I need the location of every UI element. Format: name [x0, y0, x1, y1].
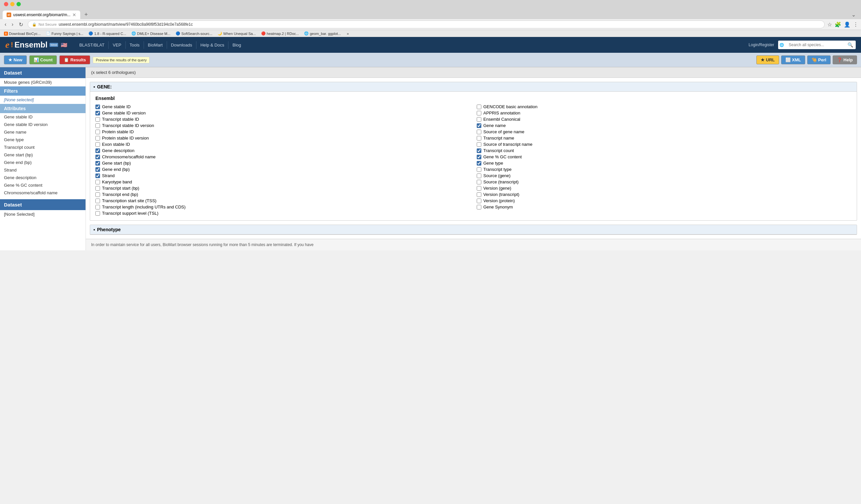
browser-menu-button[interactable]: ⌄: [849, 10, 858, 19]
cb-karyotype-band-input[interactable]: [95, 180, 100, 184]
url-display: uswest.ensembl.org/biomart/martview/9746…: [59, 22, 193, 27]
close-window-button[interactable]: [4, 2, 8, 6]
nav-biomart[interactable]: BioMart: [144, 41, 167, 49]
cb-source-transcript-name-input[interactable]: [477, 142, 481, 147]
filters-section[interactable]: Filters: [0, 86, 85, 96]
cb-gene-gc-content-input[interactable]: [477, 155, 481, 159]
bookmark-heatmap-icon: 🔴: [261, 31, 266, 36]
xml-icon: ⬜: [785, 57, 791, 62]
cb-gene-description-input[interactable]: [95, 149, 100, 153]
cb-appris-input[interactable]: [477, 111, 481, 115]
bookmark-funny[interactable]: 📄 Funny Sayings | s...: [44, 31, 84, 36]
cb-gene-stable-id-input[interactable]: [95, 104, 100, 109]
maximize-window-button[interactable]: [16, 2, 21, 6]
cb-version-protein-input[interactable]: [477, 199, 481, 203]
attr-gene-gc-content[interactable]: Gene % GC content: [0, 181, 85, 189]
results-button[interactable]: 📋 Results: [59, 55, 90, 64]
more-bookmarks-button[interactable]: »: [345, 31, 351, 36]
cb-transcript-length-input[interactable]: [95, 205, 100, 209]
cb-protein-stable-id-input[interactable]: [95, 130, 100, 134]
forward-button[interactable]: ›: [10, 21, 15, 28]
nav-tools[interactable]: Tools: [126, 41, 144, 49]
species-search-bar[interactable]: 🌐 🔍: [778, 41, 856, 49]
extensions-button[interactable]: 🧩: [835, 22, 841, 28]
tab-close-button[interactable]: ✕: [72, 12, 76, 17]
cb-tss-input[interactable]: [95, 199, 100, 203]
back-button[interactable]: ‹: [3, 21, 8, 28]
gene-section-header[interactable]: ▪ GENE:: [90, 82, 857, 92]
dataset2-value[interactable]: [None Selected]: [0, 210, 85, 218]
cb-transcript-type-input[interactable]: [477, 167, 481, 172]
cb-gene-end-input[interactable]: [95, 167, 100, 172]
attr-gene-stable-id[interactable]: Gene stable ID: [0, 113, 85, 121]
attr-strand[interactable]: Strand: [0, 166, 85, 174]
phenotype-section-header[interactable]: ▪ Phenotype: [90, 225, 857, 235]
cb-source-gene-input[interactable]: [477, 173, 481, 178]
cb-ensembl-canonical-input[interactable]: [477, 117, 481, 122]
cb-exon-stable-id-input[interactable]: [95, 142, 100, 147]
nav-downloads[interactable]: Downloads: [167, 41, 196, 49]
bookmark-dmle[interactable]: 🌐 DMLE+ Disease M...: [130, 31, 172, 36]
address-bar[interactable]: 🔒 Not Secure uswest.ensembl.org/biomart/…: [28, 20, 825, 28]
attr-gene-description[interactable]: Gene description: [0, 174, 85, 181]
cb-source-transcript-input[interactable]: [477, 180, 481, 184]
attr-gene-type[interactable]: Gene type: [0, 136, 85, 143]
cb-gene-type-input[interactable]: [477, 161, 481, 166]
search-species-input[interactable]: [785, 41, 845, 49]
browser-menu-dots[interactable]: ⋮: [853, 22, 858, 28]
dataset2-section-title[interactable]: Dataset: [0, 199, 85, 210]
reload-button[interactable]: ↻: [17, 21, 25, 28]
attr-gene-end[interactable]: Gene end (bp): [0, 159, 85, 166]
cb-gene-stable-id-version-input[interactable]: [95, 111, 100, 115]
nav-vep[interactable]: VEP: [109, 41, 125, 49]
cb-transcript-start-input[interactable]: [95, 186, 100, 191]
cb-gene-name-input[interactable]: [477, 123, 481, 128]
bookmark-heatmap[interactable]: 🔴 heatmap.2 | RDoc...: [260, 31, 300, 36]
new-tab-button[interactable]: +: [82, 11, 91, 18]
search-submit-button[interactable]: 🔍: [845, 41, 856, 49]
attr-chromosome-scaffold[interactable]: Chromosome/scaffold name: [0, 189, 85, 197]
attr-gene-start[interactable]: Gene start (bp): [0, 151, 85, 159]
attr-transcript-count[interactable]: Transcript count: [0, 143, 85, 151]
bookmark-geombar[interactable]: 🌐 geom_bar. ggplot...: [303, 31, 342, 36]
cb-transcript-stable-id-version-input[interactable]: [95, 123, 100, 128]
login-register-link[interactable]: Login/Register: [749, 43, 774, 47]
cb-chromosome-scaffold-input[interactable]: [95, 155, 100, 159]
new-query-button[interactable]: ★ New: [4, 55, 27, 64]
xml-button[interactable]: ⬜ XML: [781, 55, 805, 64]
cb-tsl-input[interactable]: [95, 211, 100, 216]
minimize-window-button[interactable]: [10, 2, 15, 6]
filters-value[interactable]: [None selected]: [0, 96, 85, 104]
perl-button[interactable]: 🐪 Perl: [807, 55, 831, 64]
cb-gene-synonym-input[interactable]: [477, 205, 481, 209]
cb-strand-input[interactable]: [95, 173, 100, 178]
attr-gene-name[interactable]: Gene name: [0, 128, 85, 136]
bookmark-rsquared[interactable]: 🔵 1.8 - R-squared C...: [87, 31, 127, 36]
cb-transcript-stable-id-input[interactable]: [95, 117, 100, 122]
count-button[interactable]: 📊 Count: [29, 55, 57, 64]
bookmark-button[interactable]: ☆: [827, 22, 832, 28]
cb-version-transcript-input[interactable]: [477, 192, 481, 197]
nav-helpdocs[interactable]: Help & Docs: [196, 41, 229, 49]
cb-version-gene-input[interactable]: [477, 186, 481, 191]
active-tab[interactable]: e! uswest.ensembl.org/biomart/m... ✕: [3, 11, 80, 19]
bookmark-biocyc[interactable]: B Download BioCyc...: [3, 31, 42, 36]
help-button[interactable]: ❓ Help: [833, 55, 857, 64]
cb-transcript-count-input[interactable]: [477, 149, 481, 153]
dataset-value[interactable]: Mouse genes (GRCm39): [0, 78, 85, 86]
attributes-section[interactable]: Attributes: [0, 104, 85, 113]
cb-gene-start-input[interactable]: [95, 161, 100, 166]
nav-blastblat[interactable]: BLAST/BLAT: [75, 41, 109, 49]
cb-source-gene-name-input[interactable]: [477, 130, 481, 134]
cb-transcript-end-input[interactable]: [95, 192, 100, 197]
cb-gencode-basic-input[interactable]: [477, 104, 481, 109]
url-button[interactable]: ★ URL: [756, 55, 779, 64]
bookmark-unequal[interactable]: 🌙 When Unequal Sa...: [216, 31, 257, 36]
dataset-section-title[interactable]: Dataset: [0, 67, 85, 78]
nav-blog[interactable]: Blog: [229, 41, 245, 49]
cb-transcript-name-input[interactable]: [477, 136, 481, 141]
bookmark-softsearch[interactable]: 🔵 SoftSearch-sourc...: [174, 31, 214, 36]
profile-button[interactable]: 👤: [844, 22, 850, 28]
attr-gene-stable-id-version[interactable]: Gene stable ID version: [0, 121, 85, 128]
cb-protein-stable-id-version-input[interactable]: [95, 136, 100, 141]
